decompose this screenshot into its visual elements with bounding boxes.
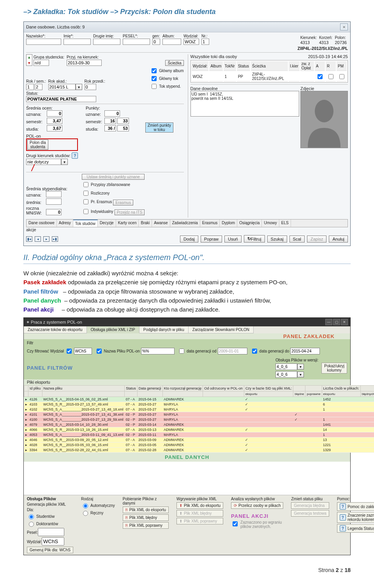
wydzial-check[interactable] [67, 349, 72, 354]
styp-srednia-input[interactable] [46, 198, 62, 205]
data-od-input[interactable] [218, 348, 247, 354]
styp-mnisw-input[interactable] [46, 209, 62, 215]
nr-input[interactable] [201, 39, 209, 45]
wydzial-input[interactable] [183, 39, 199, 45]
next-icon[interactable]: ▸ [43, 236, 49, 242]
usun-button[interactable]: Usuń [224, 236, 242, 243]
pokaz-kolumny-button[interactable]: Pokaż/ukryj kolumny [321, 363, 347, 374]
table-row[interactable]: ▸4100WChS_S_A__________2015-03-27_13_29_… [24, 417, 374, 422]
gen-testowa-button[interactable]: Generacja testowa [291, 510, 329, 517]
last-icon[interactable]: ▸▮ [52, 236, 58, 242]
its-button[interactable]: Przejdz na ITS [115, 209, 145, 215]
przyj-input[interactable] [67, 60, 102, 66]
nazwa-check[interactable] [97, 349, 102, 354]
erasmus-button[interactable]: Erasmus [113, 200, 133, 205]
filtruj-button[interactable]: ↻ Filtruj [244, 235, 265, 243]
pobierz-xml-bledny-button[interactable]: ⎘Plik XML błędny [123, 514, 169, 521]
data-od-check[interactable] [179, 349, 184, 354]
tab-1[interactable]: Obsługa plików XML i ZIP [87, 326, 139, 333]
pesel-input[interactable] [123, 39, 150, 45]
tab-erasmus[interactable]: Erasmus [200, 220, 220, 227]
gen-input[interactable] [152, 39, 160, 45]
table-row[interactable]: ▸4046WChS_S_R__2015-03-09_20_05_12.xml07… [24, 437, 374, 443]
wgraj-xml-button[interactable]: ⬆Plik XML do eksportu [176, 502, 223, 509]
dane-dowolne-text[interactable]: UD sem I 14/15Z, powrót na sem II 14/15L [191, 91, 300, 117]
tab-awanse[interactable]: Awanse [152, 220, 170, 227]
pobierz-xml-button[interactable]: ⎘Plik XML do eksportu [123, 507, 169, 513]
prev-icon[interactable]: ◂ [35, 236, 41, 242]
dropdown-icon[interactable]: ▾ [297, 372, 304, 377]
close-icon[interactable]: ✕ [341, 319, 348, 325]
wgraj-xml-poprawny-button[interactable]: ⬆Plik XML poprawny [176, 518, 223, 524]
gen-bledna-button[interactable]: Generacja błędna [291, 502, 329, 509]
przypisy-check[interactable]: Przypisy zbilansowane [82, 181, 145, 188]
przelicz-button[interactable]: ⟳Przelicz osoby w plikach [231, 502, 283, 509]
close-icon[interactable]: ✕ [340, 23, 348, 30]
styp-uznana-input[interactable] [46, 191, 62, 197]
wydzial-input[interactable] [74, 348, 92, 354]
tab-tok-studiów[interactable]: Tok studiów [73, 220, 98, 227]
popraw-button[interactable]: Popraw [201, 236, 222, 243]
sem-input[interactable] [35, 84, 42, 90]
studia-s-input[interactable] [47, 125, 62, 131]
tab-dyplom[interactable]: Dyplom [220, 220, 237, 227]
tab-adresy[interactable]: Adresy [57, 220, 73, 227]
zmien-punkty-button[interactable]: Zmień punkty w toku [145, 122, 173, 133]
zaznaczono-check[interactable] [233, 521, 238, 526]
tab-2[interactable]: Podgląd danych w pliku [139, 326, 189, 333]
tab-zaświadczenia[interactable]: Zaświadczenia [170, 220, 200, 227]
scal-button[interactable]: Scal [289, 236, 305, 243]
dropdown-icon[interactable]: ▾ [76, 84, 82, 90]
rok-akad-input[interactable] [48, 84, 76, 90]
tab-braki[interactable]: Braki [139, 220, 152, 227]
dodaj-button[interactable]: Dodaj [180, 236, 198, 243]
table-row[interactable]: ▸3394WChS_S_R__2015-02-28_22_44_01.xml07… [24, 448, 374, 453]
tab-dane-osobowe[interactable]: Dane osobowe [26, 220, 57, 227]
table-row[interactable]: ▸4102WChS_S_A__________2015-03-27_13_48_… [24, 407, 374, 412]
wydzial-input[interactable] [42, 537, 64, 545]
zapisz-button[interactable]: Zapisz [307, 236, 326, 243]
uznane-p-input[interactable] [104, 110, 120, 117]
tab-umowy[interactable]: Umowy [262, 220, 279, 227]
tab-decyzje[interactable]: Decyzje [98, 220, 116, 227]
tab-3[interactable]: Zarządzanie Słownikami POLON [189, 326, 254, 333]
table-row[interactable]: ▸4101WChS_S_A__________2015-03-27_13_41_… [24, 412, 374, 417]
nazwa-input[interactable] [141, 348, 175, 354]
generuj-button[interactable]: Generuj Plik dla: WChS [27, 547, 73, 553]
wgraj-xml-bledny-button[interactable]: ⬆Plik XML błędny [176, 510, 223, 517]
tok-styp-check[interactable]: Tok stypend. [150, 83, 183, 90]
first-icon[interactable]: ▮◂ [26, 236, 32, 242]
pesel-input[interactable] [38, 528, 64, 536]
rok-przedl-input[interactable] [85, 84, 96, 90]
table-row[interactable]: ▸4103WChS_S_R__2015-03-27_13_57_49.xml07… [24, 402, 374, 407]
indywidualny-check[interactable]: Indywidualny [82, 208, 113, 215]
dropdown-icon[interactable]: ▾ [297, 364, 304, 370]
data-do-input[interactable] [290, 348, 320, 354]
table-row[interactable]: ▸4126WChS_S_A__2015-04-15_06_02_25.xml07… [24, 397, 374, 402]
table-row[interactable]: ▸4053WChS_S_A__________2015-03-11_09_41_… [24, 432, 374, 437]
imie-input[interactable] [64, 39, 91, 45]
rozliczony-check[interactable]: Rozliczony [82, 190, 145, 197]
drugie-imie-input[interactable] [93, 39, 120, 45]
polon-dla-studenta-button[interactable]: Polon dla studenta [27, 140, 48, 150]
erasmus-check[interactable]: Pr. Erasmus [82, 198, 112, 205]
help-icon[interactable]: ? [72, 152, 78, 159]
reczny-radio[interactable]: Ręczny [81, 510, 115, 516]
doktorantow-radio[interactable]: Doktorantów [27, 521, 73, 527]
legenda-statusow-button[interactable]: ?Legenda Statusów pliku [337, 524, 374, 533]
pobierz-xml-poprawny-button[interactable]: ⎘Plik XML poprawny [123, 522, 169, 529]
up-down-icon[interactable]: ▴▾ [26, 54, 32, 66]
tab-karty-ocen[interactable]: Karty ocen [116, 220, 139, 227]
tab-osiągnięcia[interactable]: Osiągnięcia [237, 220, 262, 227]
table-row[interactable]: ▸4079WChS_S_A__2015-03-14_10_28_30.xml02… [24, 422, 374, 427]
album-input[interactable] [162, 39, 181, 45]
tab-0[interactable]: Zaznaczanie toków do eksportu [24, 326, 87, 333]
data-do-check[interactable] [252, 349, 257, 354]
glowny-album-check[interactable]: Główny album [150, 67, 183, 74]
rok-input[interactable] [26, 84, 34, 90]
studentow-radio[interactable]: Studentów [27, 513, 73, 519]
szukaj-button[interactable]: Szukaj [267, 236, 287, 243]
tab-els[interactable]: ELS [279, 220, 291, 227]
auto-radio[interactable]: Automatyczny [81, 502, 115, 508]
glowny-tok-check[interactable]: Główny tok [150, 75, 183, 82]
